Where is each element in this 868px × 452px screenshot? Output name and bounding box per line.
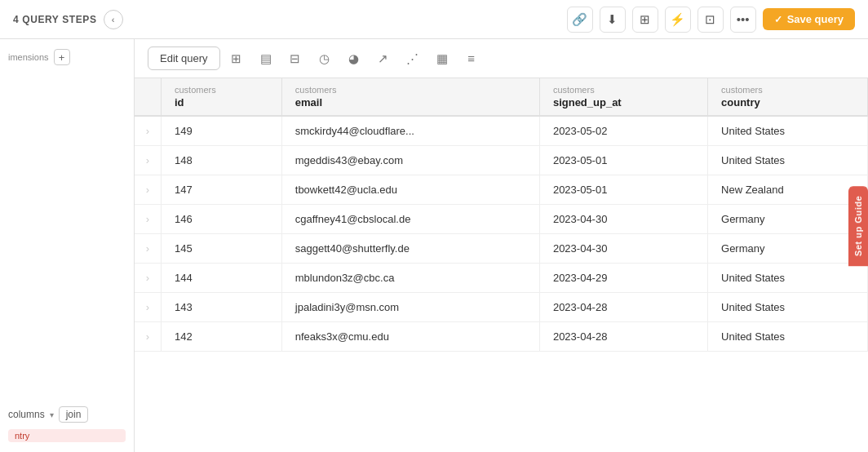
cell-email: jpaladini3y@msn.com [281,293,539,322]
table-row: › 144 mblundon3z@cbc.ca 2023-04-29 Unite… [135,264,868,293]
expand-cell[interactable]: › [135,116,162,146]
col-id-source: customers [175,85,268,95]
more-options-button[interactable]: ••• [730,7,756,33]
cell-signed-up-at: 2023-05-02 [539,116,707,146]
cell-email: mblundon3z@cbc.ca [281,264,539,293]
cell-id: 144 [162,264,282,293]
table-row: › 149 smckirdy44@cloudflare... 2023-05-0… [135,116,868,146]
col-signed-up-name: signed_up_at [553,96,622,109]
sidebar-bottom: columns ▾ join [8,406,126,423]
cell-email: cgaffney41@cbslocal.de [281,205,539,234]
expand-cell[interactable]: › [135,234,162,264]
tab-doc-icon[interactable]: ⊟ [282,46,308,72]
cell-email: tbowkett42@ucla.edu [281,175,539,205]
grid-view-button[interactable]: ⊡ [698,7,724,33]
table-row: › 142 nfeaks3x@cmu.edu 2023-04-28 United… [135,322,868,352]
dimensions-section: imensions + [8,49,126,65]
tab-scatter-icon[interactable]: ⋰ [400,46,426,72]
cell-signed-up-at: 2023-04-30 [539,205,707,234]
cell-id: 149 [162,116,282,146]
download-icon-button[interactable]: ⬇ [600,7,626,33]
expand-cell[interactable]: › [135,146,162,175]
col-id-name: id [175,96,184,109]
col-country-source: customers [721,85,854,95]
tab-sidebar-icon[interactable]: ▤ [253,46,279,72]
tab-bar-icon[interactable]: ▦ [429,46,455,72]
expand-cell[interactable]: › [135,175,162,205]
collapse-button[interactable]: ‹ [104,10,123,29]
cell-id: 145 [162,234,282,264]
col-country-name: country [721,96,760,109]
tab-edit-query[interactable]: Edit query [148,47,220,70]
results-table: customers id customers email customers s… [135,78,868,352]
top-bar: 4 QUERY STEPS ‹ 🔗 ⬇ ⊞ ⚡ ⊡ ••• Save query [0,0,868,39]
left-sidebar: imensions + columns ▾ join ntry [0,39,135,452]
join-button[interactable]: join [59,406,89,423]
cell-country: United States [708,293,868,322]
tab-filter-icon[interactable]: ≡ [458,46,485,72]
data-table-container: customers id customers email customers s… [135,78,868,452]
main-content: imensions + columns ▾ join ntry Edit que… [0,39,868,452]
save-query-label: Save query [787,13,844,25]
cell-country: New Zealand [708,175,868,205]
tab-edit-query-label: Edit query [160,52,208,64]
cell-country: United States [708,116,868,146]
columns-label: columns [8,409,45,420]
query-steps-section: 4 QUERY STEPS ‹ [13,10,123,29]
cell-signed-up-at: 2023-04-28 [539,322,707,352]
columns-dropdown-arrow: ▾ [50,410,54,419]
cell-email: smckirdy44@cloudflare... [281,116,539,146]
tab-line-icon[interactable]: ↗ [370,46,396,72]
setup-guide-tab[interactable]: Set up Guide [848,186,868,266]
cell-signed-up-at: 2023-05-01 [539,175,707,205]
col-header-country: customers country [708,78,868,116]
table-row: › 145 saggett40@shutterfly.de 2023-04-30… [135,234,868,264]
cell-email: mgeddis43@ebay.com [281,146,539,175]
expand-cell[interactable]: › [135,264,162,293]
cell-signed-up-at: 2023-04-30 [539,234,707,264]
tab-pie-icon[interactable]: ◕ [341,46,367,72]
expand-cell[interactable]: › [135,293,162,322]
cell-id: 147 [162,175,282,205]
cell-id: 148 [162,146,282,175]
cell-signed-up-at: 2023-04-28 [539,293,707,322]
add-dimension-button[interactable]: + [54,49,70,65]
table-row: › 146 cgaffney41@cbslocal.de 2023-04-30 … [135,205,868,234]
cell-country: United States [708,146,868,175]
cell-country: Germany [708,205,868,234]
cell-email: nfeaks3x@cmu.edu [281,322,539,352]
cell-id: 146 [162,205,282,234]
table-row: › 143 jpaladini3y@msn.com 2023-04-28 Uni… [135,293,868,322]
cell-signed-up-at: 2023-04-29 [539,264,707,293]
col-email-name: email [295,96,322,109]
col-signed-up-source: customers [553,85,694,95]
col-header-id: customers id [162,78,282,116]
cell-country: United States [708,322,868,352]
save-query-button[interactable]: Save query [763,8,855,30]
expand-cell[interactable]: › [135,322,162,352]
cell-signed-up-at: 2023-05-01 [539,146,707,175]
col-email-source: customers [295,85,526,95]
col-header-email: customers email [281,78,539,116]
cell-id: 142 [162,322,282,352]
cell-email: saggett40@shutterfly.de [281,234,539,264]
tab-table-icon[interactable]: ⊞ [224,46,250,72]
right-panel: Edit query ⊞ ▤ ⊟ ◷ ◕ ↗ ⋰ ▦ ≡ customers i… [135,39,868,452]
table-view-button[interactable]: ⊞ [632,7,658,33]
expand-col-header [135,78,162,116]
top-right-toolbar: 🔗 ⬇ ⊞ ⚡ ⊡ ••• Save query [567,7,855,33]
dimensions-label: imensions [8,52,49,62]
expand-cell[interactable]: › [135,205,162,234]
table-row: › 147 tbowkett42@ucla.edu 2023-05-01 New… [135,175,868,205]
table-row: › 148 mgeddis43@ebay.com 2023-05-01 Unit… [135,146,868,175]
link-icon-button[interactable]: 🔗 [567,7,593,33]
tab-clock-icon[interactable]: ◷ [312,46,338,72]
tab-bar: Edit query ⊞ ▤ ⊟ ◷ ◕ ↗ ⋰ ▦ ≡ [135,39,868,78]
query-steps-label: 4 QUERY STEPS [13,14,97,25]
cell-country: United States [708,264,868,293]
col-header-signed-up-at: customers signed_up_at [539,78,707,116]
country-badge: ntry [8,429,126,442]
chart-view-button[interactable]: ⚡ [665,7,691,33]
cell-country: Germany [708,234,868,264]
cell-id: 143 [162,293,282,322]
